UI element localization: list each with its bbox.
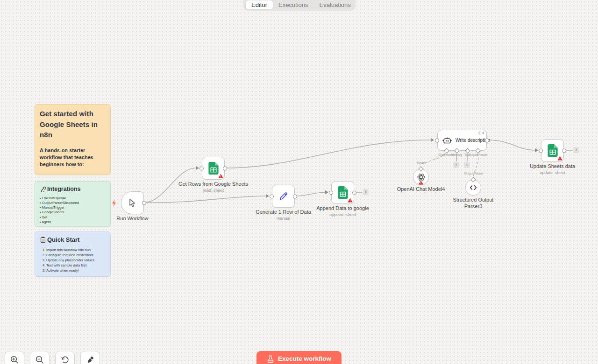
input-port[interactable] bbox=[539, 148, 543, 153]
google-sheets-icon bbox=[338, 186, 348, 199]
node-label: Structured Output Parser3 bbox=[448, 197, 499, 210]
node-write-description[interactable]: Write description bbox=[437, 130, 487, 151]
pencil-icon bbox=[278, 191, 289, 202]
workflow-canvas[interactable]: Editor Executions Evaluations Get starte… bbox=[0, 0, 598, 364]
add-node-button[interactable]: + bbox=[363, 189, 369, 195]
node-subtitle: update: sheet bbox=[518, 170, 588, 175]
warning-icon bbox=[348, 198, 353, 203]
node-label: Get Rows from Google Sheets read: sheet bbox=[178, 181, 249, 193]
output-port[interactable] bbox=[223, 166, 227, 170]
input-port[interactable] bbox=[329, 190, 333, 195]
output-port[interactable] bbox=[352, 190, 356, 195]
node-get-rows[interactable]: Get Rows from Google Sheets read: sheet bbox=[202, 157, 225, 180]
node-label: Run Workflow bbox=[98, 216, 168, 222]
node-label: OpenAI Chat Model4 bbox=[386, 186, 456, 193]
warning-icon bbox=[218, 174, 223, 178]
google-sheets-icon bbox=[548, 144, 558, 157]
add-memory-button[interactable]: + bbox=[453, 162, 459, 168]
code-brackets-icon bbox=[469, 184, 477, 191]
add-node-button[interactable]: + bbox=[573, 147, 579, 153]
input-port[interactable] bbox=[199, 166, 204, 170]
output-port[interactable] bbox=[485, 138, 489, 142]
output-port[interactable] bbox=[142, 201, 146, 205]
node-structured-output-parser[interactable]: Structured Output Parser3 bbox=[465, 180, 481, 196]
robot-icon bbox=[442, 135, 452, 146]
node-append-data[interactable]: Append Data to google append: sheet bbox=[331, 181, 354, 204]
node-subtitle: read: sheet bbox=[178, 188, 249, 193]
google-sheets-icon bbox=[208, 162, 219, 175]
port-label: Output Parser bbox=[469, 153, 487, 156]
connections-layer bbox=[0, 0, 598, 364]
warning-icon bbox=[557, 156, 562, 161]
loop-icon bbox=[478, 131, 484, 135]
output-port[interactable] bbox=[293, 194, 297, 198]
port-label: Memory bbox=[451, 153, 462, 156]
lightning-bolt-icon bbox=[111, 199, 117, 206]
node-update-sheets[interactable]: Update Sheets data update: sheet bbox=[541, 139, 564, 162]
node-label: Update Sheets data update: sheet bbox=[518, 163, 588, 175]
node-generate-row[interactable]: Generate 1 Row of Data manual bbox=[272, 185, 295, 208]
port-label: Output Parser bbox=[464, 172, 483, 175]
input-port[interactable] bbox=[435, 138, 439, 142]
output-port[interactable] bbox=[562, 148, 566, 153]
warning-icon bbox=[419, 180, 424, 185]
cursor-icon bbox=[127, 197, 138, 209]
node-run-workflow[interactable]: Run Workflow bbox=[121, 191, 144, 214]
node-label: Append Data to google append: sheet bbox=[308, 205, 378, 217]
add-tool-button[interactable]: + bbox=[464, 162, 470, 168]
node-openai-chat-model[interactable]: OpenAI Chat Model4 bbox=[413, 169, 429, 185]
input-port[interactable] bbox=[270, 194, 274, 198]
port-label: Model bbox=[417, 161, 425, 164]
node-subtitle: append: sheet bbox=[308, 212, 378, 217]
